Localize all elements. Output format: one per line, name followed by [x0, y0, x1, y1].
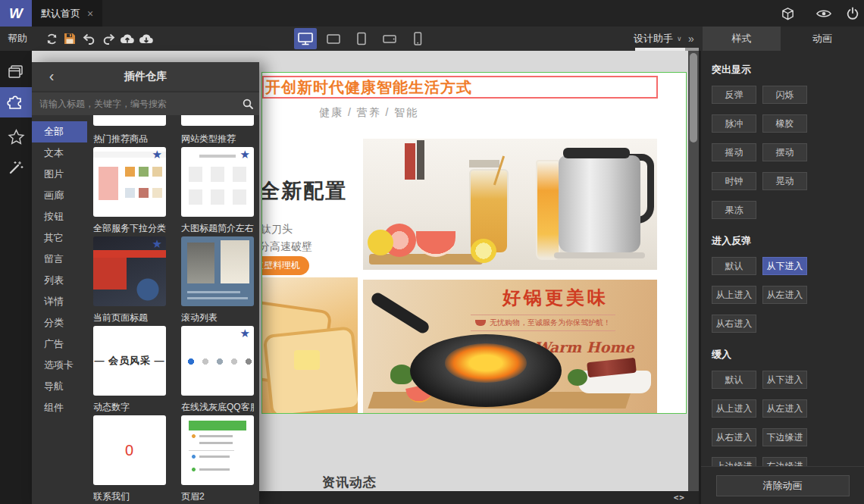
tab-animation[interactable]: 动画	[781, 27, 864, 51]
news-section-heading[interactable]: 资讯动态	[322, 474, 377, 491]
plugin-card-grid: 热门推荐商品★网站类型推荐★全部服务下拉分类带...★大图标题简介左右切...当…	[93, 115, 259, 504]
device-tablet-portrait-button[interactable]	[350, 28, 373, 49]
plugin-card-thumb[interactable]	[181, 415, 254, 485]
animation-option-button[interactable]: 从左进入	[762, 399, 807, 418]
rail-plugins-icon[interactable]	[0, 87, 32, 117]
rail-pages-icon[interactable]	[0, 57, 32, 87]
animation-option-button[interactable]: 摆动	[762, 143, 807, 161]
product-tag-button[interactable]: 热破壁料理机	[261, 256, 309, 275]
hero-section-selected[interactable]: 开创新时代健康智能生活方式 健康 / 营养 / 智能 全新配置 钛刀头 分高速破…	[261, 72, 687, 414]
animation-option-button[interactable]: 闪烁	[762, 86, 807, 104]
plugin-card-partial[interactable]	[181, 115, 254, 126]
power-icon[interactable]	[844, 6, 861, 21]
cloud-download-icon[interactable]	[139, 31, 154, 46]
category-item[interactable]: 详情	[32, 291, 87, 312]
plugin-card-partial[interactable]	[93, 115, 166, 126]
category-item[interactable]: 其它	[32, 227, 87, 249]
tab-close-icon[interactable]: ×	[87, 8, 93, 20]
animation-option-button[interactable]: 从左进入	[762, 286, 807, 304]
help-menu[interactable]: 帮助	[8, 27, 27, 51]
device-phone-portrait-button[interactable]	[406, 28, 429, 49]
category-item[interactable]: 分类	[32, 312, 87, 333]
plugin-card: 滚动列表★	[181, 312, 254, 402]
wok-banner-image[interactable]: 好锅更美味 无忧购物，至诚服务为你保驾护航！ Warm Home	[363, 280, 657, 414]
category-item[interactable]: 选项卡	[32, 355, 87, 376]
animation-option-button[interactable]: 橡胶	[762, 114, 807, 133]
plugin-search-input[interactable]	[32, 92, 236, 115]
kettle-product-image[interactable]	[363, 139, 657, 270]
animation-option-button[interactable]: 果冻	[712, 201, 756, 219]
undo-icon[interactable]	[82, 31, 97, 46]
plugin-card-thumb[interactable]: — 会员风采 —	[93, 326, 166, 396]
category-item[interactable]: 组件	[32, 397, 87, 418]
search-icon[interactable]	[236, 99, 259, 109]
tab-style[interactable]: 样式	[703, 27, 781, 51]
plugin-card-thumb[interactable]: 0	[93, 415, 166, 485]
back-chevron-icon[interactable]: ‹	[44, 68, 59, 85]
animation-option-button[interactable]: 下边缘进	[762, 428, 807, 446]
animation-option-button[interactable]: 从右进入	[712, 315, 756, 333]
rail-magic-wand-icon[interactable]	[0, 152, 32, 183]
category-item[interactable]: 文本	[32, 142, 87, 164]
hero-title-element[interactable]: 开创新时代健康智能生活方式	[262, 76, 658, 99]
toast-image[interactable]	[261, 277, 358, 414]
code-view-icon[interactable]: <>	[674, 493, 685, 502]
design-assistant-label: 设计助手	[634, 32, 673, 45]
page-tab[interactable]: 默认首页 ×	[32, 0, 102, 27]
category-item[interactable]: 广告	[32, 333, 87, 355]
scrollbar-thumb[interactable]	[690, 53, 697, 142]
refresh-icon[interactable]	[44, 31, 59, 46]
product-feature-line2[interactable]: 分高速破壁	[261, 240, 312, 254]
save-icon[interactable]	[62, 31, 77, 46]
favorite-star-icon[interactable]: ★	[152, 149, 162, 160]
device-phone-landscape-button[interactable]	[378, 28, 401, 49]
category-item[interactable]: 图片	[32, 164, 87, 185]
device-tablet-landscape-button[interactable]	[322, 28, 345, 49]
redo-icon[interactable]	[101, 31, 116, 46]
plugin-card-thumb[interactable]: ★	[181, 326, 254, 396]
category-item[interactable]: 列表	[32, 270, 87, 291]
animation-option-button[interactable]: 晃动	[762, 172, 807, 190]
animation-section-title: 突出显示	[712, 63, 859, 77]
favorite-star-icon[interactable]: ★	[240, 327, 250, 339]
category-item[interactable]: 留言	[32, 249, 87, 270]
product-heading-text[interactable]: 全新配置	[261, 177, 347, 205]
rail-favorites-icon[interactable]	[0, 122, 32, 152]
animation-option-button[interactable]: 从上进入	[712, 399, 756, 418]
plugin-card-thumb[interactable]: ★	[181, 147, 254, 217]
app-logo[interactable]: W	[0, 0, 32, 27]
decor-toast-slice	[263, 326, 358, 414]
plugin-card-thumb[interactable]: ★	[93, 236, 166, 306]
category-item[interactable]: 按钮	[32, 206, 87, 227]
favorite-star-icon[interactable]: ★	[152, 238, 162, 249]
animation-option-button[interactable]: 摇动	[712, 143, 756, 161]
hero-subtitle-text[interactable]: 健康 / 营养 / 智能	[319, 106, 418, 120]
animation-option-button[interactable]: 默认	[712, 257, 756, 275]
canvas-vertical-scrollbar[interactable]	[688, 51, 699, 491]
favorite-star-icon[interactable]: ★	[240, 149, 250, 160]
animation-option-button[interactable]: 反弹	[712, 86, 756, 104]
decor-kettle-body	[559, 155, 640, 252]
animation-option-button[interactable]: 从下进入	[762, 371, 807, 389]
device-desktop-button[interactable]	[294, 28, 317, 49]
plugin-card-thumb[interactable]	[181, 236, 254, 306]
plugin-library-panel: ‹ 插件仓库 全部文本图片画廊按钮其它留言列表详情分类广告选项卡导航组件 热门推…	[32, 62, 259, 504]
animation-option-button[interactable]: 从右进入	[712, 428, 756, 446]
plugin-categories: 全部文本图片画廊按钮其它留言列表详情分类广告选项卡导航组件	[32, 121, 87, 418]
animation-option-button[interactable]: 从上进入	[712, 286, 756, 304]
preview-eye-icon[interactable]	[815, 6, 832, 21]
category-item[interactable]: 导航	[32, 376, 87, 397]
cloud-upload-icon[interactable]	[120, 31, 135, 46]
clear-animation-button[interactable]: 清除动画	[716, 475, 850, 496]
publish-cube-icon[interactable]	[779, 6, 796, 21]
plugin-card-title: 网站类型推荐	[181, 133, 254, 144]
animation-option-button[interactable]: 从下进入	[762, 257, 807, 275]
plugin-card: 动态数字0	[93, 402, 166, 491]
animation-option-button[interactable]: 默认	[712, 371, 756, 389]
product-feature-line1[interactable]: 钛刀头	[261, 223, 293, 236]
plugin-card-thumb[interactable]: ★	[93, 147, 166, 217]
category-item[interactable]: 全部	[32, 121, 87, 142]
category-item[interactable]: 画廊	[32, 185, 87, 206]
animation-option-button[interactable]: 脉冲	[712, 114, 756, 133]
animation-option-button[interactable]: 时钟	[712, 172, 756, 190]
